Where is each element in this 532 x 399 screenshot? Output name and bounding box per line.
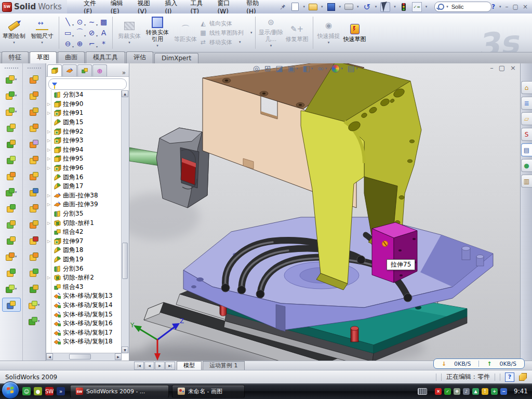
help-menu[interactable]: ?	[491, 3, 495, 10]
open-file-caret-icon[interactable]: ▾	[321, 5, 323, 9]
expand-arrow-icon[interactable]: ▷	[47, 193, 50, 198]
spline-icon[interactable]: ∼▾	[86, 17, 98, 28]
tag-icon[interactable]	[519, 373, 527, 381]
start-orb-button[interactable]	[2, 381, 19, 399]
solidworks-quick-icon[interactable]: SW	[45, 387, 54, 395]
configuration-manager-icon[interactable]	[77, 64, 92, 76]
swept-boss-icon[interactable]	[2, 137, 21, 151]
model-tab-模型[interactable]: 模型	[177, 361, 202, 370]
new-file-icon[interactable]	[291, 3, 300, 11]
pin-icon[interactable]: 📌︎	[278, 3, 287, 11]
scroll-down-icon[interactable]: ▼	[122, 347, 128, 353]
tree-item-拉伸90[interactable]: ▷拉伸90	[46, 100, 122, 109]
help-caret-icon[interactable]: ▾	[499, 5, 501, 9]
graphics-viewport[interactable]: Y Z X ◎⊞◪▣▾◧▾∞▾▾▤▾ – ▢ × 拉伸75	[129, 63, 520, 361]
tree-item-实体-移动/复制17[interactable]: 实体-移动/复制17	[46, 328, 122, 337]
wrap-icon-caret[interactable]: ▾	[15, 255, 17, 259]
extruded-boss-icon[interactable]: ▾	[2, 72, 21, 86]
tree-item-实体-移动/复制18[interactable]: 实体-移动/复制18	[46, 337, 122, 347]
delete-face-icon[interactable]	[25, 233, 44, 247]
magenta-insert-block[interactable]	[372, 222, 417, 283]
taskbar-window-solidworks[interactable]: SW SolidWorks 2009 - ...	[70, 385, 169, 398]
expand-arrow-icon[interactable]: ▷	[47, 111, 50, 115]
search-scope-caret-icon[interactable]: ▾	[446, 5, 448, 9]
help-question-icon[interactable]: ?	[505, 373, 514, 382]
sketch-fillet-icon[interactable]: ⌐▾	[86, 38, 98, 49]
document-minimize-button[interactable]: –	[490, 64, 494, 72]
document-restore-button[interactable]: ▢	[499, 64, 505, 72]
expand-arrow-icon[interactable]: ▷	[47, 102, 50, 107]
tooling-split-icon[interactable]	[25, 249, 44, 263]
quick-snaps-button[interactable]: ◉ 快速捕捉 ▾	[316, 14, 342, 52]
tree-item-拉伸94[interactable]: ▷拉伸94	[46, 145, 122, 155]
close-button[interactable]: ×	[523, 3, 528, 10]
dome-green-icon[interactable]	[25, 282, 44, 296]
tab-特征[interactable]: 特征	[2, 51, 29, 63]
trim-entities-button[interactable]: 剪裁实体 ▾	[115, 14, 143, 52]
line-icon[interactable]: ╲▾	[62, 17, 74, 28]
scroll-right-icon[interactable]: ▶	[115, 353, 122, 360]
shut-off-surface-icon[interactable]	[25, 88, 44, 102]
network-icon[interactable]: ▲	[472, 388, 479, 395]
design-library-icon[interactable]: ≣	[521, 97, 532, 110]
keyboard-layout-icon[interactable]	[418, 388, 427, 395]
curve-tool-icon-caret[interactable]: ▾	[15, 287, 17, 291]
revolved-boss-icon[interactable]	[2, 121, 21, 135]
rib-icon[interactable]	[2, 217, 21, 231]
options-list-icon[interactable]: ✓≡	[412, 2, 422, 12]
tree-item-拉伸97[interactable]: ▷拉伸97	[46, 237, 122, 246]
document-close-button[interactable]: ×	[510, 64, 516, 72]
measure-icon[interactable]	[2, 298, 21, 312]
save-caret-icon[interactable]: ▾	[339, 5, 341, 9]
sphere-app-icon[interactable]: ●	[34, 387, 42, 395]
fillet-ball-icon[interactable]	[25, 265, 44, 280]
certificate-icon[interactable]: ❖	[454, 388, 460, 395]
shield-plus-icon[interactable]: +	[491, 388, 498, 395]
point-icon[interactable]: *	[98, 38, 110, 49]
taskbar-window-paint[interactable]: 未命名 - 画图	[172, 385, 245, 398]
search-box[interactable]: ▾	[434, 2, 491, 12]
messenger-icon[interactable]: ☺	[22, 387, 31, 395]
tree-item-圆角15[interactable]: 圆角15	[46, 118, 122, 127]
tree-item-拉伸91[interactable]: ▷拉伸91	[46, 109, 122, 118]
scroll-up-icon[interactable]: ▲	[122, 90, 128, 97]
split-star-icon-caret[interactable]: ▾	[38, 303, 40, 307]
display-style-icon[interactable]: ◧▾	[303, 64, 313, 73]
repair-sketch-button[interactable]: ✎︎+ 修复草图	[284, 14, 310, 52]
knit-surface-icon[interactable]	[25, 201, 44, 215]
split-star-icon[interactable]: ▾	[25, 298, 44, 312]
parting-line-icon[interactable]	[25, 72, 44, 86]
smart-dimension-caret-icon[interactable]: ▾	[41, 39, 43, 46]
volume-icon[interactable]: ♪	[463, 388, 470, 395]
linear-pattern-icon-caret[interactable]: ▾	[15, 190, 17, 194]
tree-item-曲面-拉伸39[interactable]: ▷曲面-拉伸39	[46, 200, 122, 209]
extruded-cut-icon-caret[interactable]: ▾	[15, 94, 17, 98]
select-box-icon[interactable]: ▩	[98, 17, 110, 28]
tree-item-组合43[interactable]: 组合43	[46, 282, 122, 291]
security-alert-icon[interactable]: ×	[435, 388, 442, 395]
sync-blocked-icon[interactable]: −	[500, 388, 507, 395]
extruded-boss-icon-caret[interactable]: ▾	[15, 77, 17, 82]
rapid-sketch-button[interactable]: 快速草图	[342, 14, 368, 52]
dimxpert-manager-icon[interactable]: ⊕	[92, 64, 107, 76]
display-delete-relations-button[interactable]: ⊜ 显示/删除几... ▾	[258, 14, 284, 52]
view-palette-icon[interactable]: ▤	[521, 143, 532, 156]
convert-entities-button[interactable]: 转换实体引用 ▾	[143, 14, 171, 52]
dome-icon[interactable]	[2, 265, 21, 280]
linear-pattern-icon[interactable]: ▾	[2, 185, 21, 199]
feature-manager-icon[interactable]	[47, 64, 62, 76]
move-entities-button[interactable]: ⇄ 移动实体 ▾	[200, 38, 252, 46]
property-manager-icon[interactable]	[62, 64, 77, 76]
horizontal-scroll-thumb[interactable]	[69, 354, 91, 360]
new-file-caret-icon[interactable]: ▾	[303, 5, 305, 9]
mirror-entities-button[interactable]: ◭ 镜向实体	[200, 20, 252, 28]
print-caret-icon[interactable]: ▾	[357, 5, 359, 9]
tree-item-实体-移动/复制16[interactable]: 实体-移动/复制16	[46, 319, 122, 328]
solidworks-resources-home-icon[interactable]: ⌂	[521, 81, 532, 94]
lofted-boss-icon[interactable]	[2, 153, 21, 167]
undo-icon[interactable]: ↺	[363, 3, 371, 11]
tree-item-切除-放样1[interactable]: ▷切除-放样1	[46, 218, 122, 228]
header-overflow-chevron-icon[interactable]: »	[120, 69, 128, 76]
appearances-scenes-icon[interactable]: ●	[521, 159, 532, 172]
draft-icon[interactable]	[2, 233, 21, 247]
